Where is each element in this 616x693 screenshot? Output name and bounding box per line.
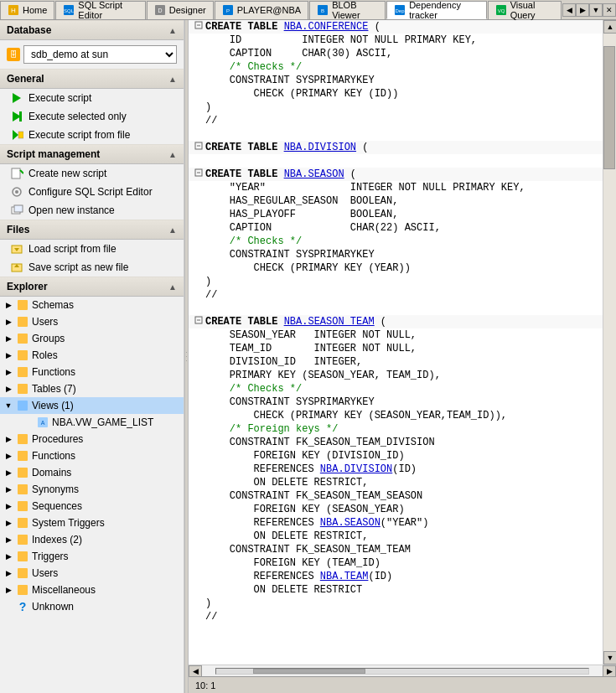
tree-synonyms[interactable]: ▶ Synonyms	[0, 481, 184, 498]
users2-expand-icon: ▶	[3, 568, 13, 578]
tree-users[interactable]: ▶ Users	[0, 313, 184, 330]
tree-functions-1[interactable]: ▶ Functions	[0, 364, 184, 380]
tab-close-button[interactable]: ✕	[603, 3, 616, 17]
tree-sequences[interactable]: ▶ Sequences	[0, 498, 184, 515]
explorer-section-label: Explorer	[7, 281, 48, 292]
tree-tables[interactable]: ▶ Tables (7)	[0, 380, 184, 397]
code-line-41: FOREIGN KEY (TEAM_ID)	[205, 556, 599, 570]
general-section-header[interactable]: General ▲	[0, 69, 184, 89]
code-line-21: //	[205, 288, 599, 302]
save-script-item[interactable]: Save script as new file	[0, 258, 184, 277]
tab-prev-button[interactable]: ◀	[562, 3, 576, 17]
views-icon	[16, 399, 29, 412]
tree-roles[interactable]: ▶ Roles	[0, 347, 184, 364]
scroll-down-button[interactable]: ▼	[603, 651, 616, 665]
functions1-expand-icon: ▶	[3, 367, 13, 377]
explorer-collapse-icon: ▲	[168, 282, 177, 292]
nba-season-link[interactable]: NBA.SEASON	[284, 168, 344, 180]
tree-indexes[interactable]: ▶ Indexes (2)	[0, 531, 184, 548]
tab-dependency[interactable]: Dep Dependency tracker	[386, 1, 486, 19]
execute-file-item[interactable]: Execute script from file	[0, 126, 184, 144]
code-line-31: /* Foreign keys */	[205, 422, 599, 436]
ref-season-link[interactable]: NBA.SEASON	[320, 517, 380, 529]
svg-text:D: D	[158, 8, 162, 13]
tab-visual-query[interactable]: VQ Visual Query	[488, 1, 562, 19]
tab-navigation: ◀ ▶ ▼ ✕	[562, 3, 616, 17]
script-mgmt-section-content: Create new script Configure SQL Script E…	[0, 164, 184, 220]
execute-script-item[interactable]: Execute script	[0, 89, 184, 107]
code-line-39: ON DELETE RESTRICT,	[205, 530, 599, 543]
code-line-27: PRIMARY KEY (SEASON_YEAR, TEAM_ID),	[205, 369, 599, 382]
tree-schemas[interactable]: ▶ Schemas	[0, 297, 184, 313]
divider-handle: ···	[185, 350, 187, 363]
svg-rect-34	[18, 384, 28, 394]
nba-season-team-link[interactable]: NBA.SEASON_TEAM	[284, 316, 375, 328]
blob-icon: B	[317, 4, 329, 16]
expand-btn-10[interactable]	[192, 141, 205, 154]
code-line-12: CREATE TABLE NBA.SEASON (	[205, 168, 599, 181]
tree-procedures[interactable]: ▶ Procedures	[0, 431, 184, 447]
configure-editor-item[interactable]: Configure SQL Script Editor	[0, 183, 184, 201]
triggers-icon	[16, 550, 29, 563]
indexes-label: Indexes (2)	[32, 534, 82, 546]
files-section-header[interactable]: Files ▲	[0, 220, 184, 240]
dependency-icon: Dep	[394, 4, 406, 16]
h-scroll-track[interactable]	[215, 668, 589, 675]
svg-marker-14	[13, 93, 21, 103]
tab-home[interactable]: H Home	[0, 1, 54, 19]
ref-division-link[interactable]: NBA.DIVISION	[320, 463, 392, 475]
tree-system-triggers[interactable]: ▶ System Triggers	[0, 515, 184, 531]
script-mgmt-section-header[interactable]: Script management ▲	[0, 144, 184, 164]
tree-groups[interactable]: ▶ Groups	[0, 330, 184, 347]
open-instance-item[interactable]: Open new instance	[0, 201, 184, 220]
code-editor[interactable]: CREATE TABLE NBA.CONFERENCE ( ID INTEGER…	[189, 20, 603, 665]
tree-triggers[interactable]: ▶ Triggers	[0, 548, 184, 565]
db-dropdown[interactable]: sdb_demo at sun	[23, 45, 177, 64]
load-script-item[interactable]: Load script from file	[0, 240, 184, 258]
horizontal-scrollbar: ◀ ▶	[189, 665, 616, 676]
h-scroll-thumb[interactable]	[253, 669, 365, 674]
tree-miscellaneous[interactable]: ▶ Miscellaneous	[0, 582, 184, 598]
code-line-16: CAPTION CHAR(22) ASCII,	[205, 221, 599, 235]
svg-text:Dep: Dep	[396, 8, 406, 13]
tree-functions-2[interactable]: ▶ Functions	[0, 447, 184, 464]
synonyms-label: Synonyms	[32, 484, 79, 495]
tab-player[interactable]: P PLAYER@NBA	[215, 1, 308, 19]
tree-unknown[interactable]: ? Unknown	[0, 598, 184, 615]
tab-designer[interactable]: D Designer	[147, 1, 214, 19]
expand-btn-23[interactable]	[192, 315, 205, 328]
code-line-44: )	[205, 597, 599, 610]
configure-editor-icon	[10, 185, 23, 199]
tree-vw-game-list[interactable]: A NBA.VW_GAME_LIST	[0, 414, 184, 431]
tree-views[interactable]: ▼ Views (1)	[0, 397, 184, 414]
indexes-expand-icon: ▶	[3, 535, 13, 545]
expand-btn-12[interactable]	[192, 168, 205, 181]
tab-sql-editor[interactable]: SQL SQL Script Editor	[55, 1, 145, 19]
tree-users-2[interactable]: ▶ Users	[0, 565, 184, 582]
tree-domains[interactable]: ▶ Domains	[0, 464, 184, 481]
scroll-right-button[interactable]: ▶	[603, 665, 616, 677]
code-line-38: REFERENCES NBA.SEASON("YEAR")	[205, 516, 599, 530]
nba-conference-link[interactable]: NBA.CONFERENCE	[284, 21, 369, 33]
tab-next-button[interactable]: ▶	[576, 3, 589, 17]
nba-division-link[interactable]: NBA.DIVISION	[284, 142, 356, 153]
code-line-13: "YEAR" INTEGER NOT NULL PRIMARY KEY,	[205, 181, 599, 194]
database-section-header[interactable]: Database ▲	[0, 20, 184, 40]
scroll-left-button[interactable]: ◀	[189, 665, 202, 677]
scroll-track[interactable]	[603, 34, 616, 651]
code-line-10: CREATE TABLE NBA.DIVISION (	[205, 141, 599, 154]
scroll-thumb[interactable]	[603, 46, 615, 169]
create-script-item[interactable]: Create new script	[0, 164, 184, 183]
tab-blob[interactable]: B BLOB Viewer	[309, 1, 386, 19]
users-label: Users	[32, 316, 58, 328]
svg-rect-41	[18, 484, 28, 494]
expand-btn-1[interactable]	[192, 20, 205, 34]
ref-team-link[interactable]: NBA.TEAM	[320, 571, 369, 582]
svg-rect-43	[18, 518, 28, 528]
execute-selected-item[interactable]: Execute selected only	[0, 107, 184, 126]
explorer-section-header[interactable]: Explorer ▲	[0, 277, 184, 297]
triggers-expand-icon: ▶	[3, 551, 13, 561]
scroll-up-button[interactable]: ▲	[603, 20, 616, 34]
groups-icon	[16, 332, 29, 345]
tab-menu-button[interactable]: ▼	[589, 3, 603, 17]
